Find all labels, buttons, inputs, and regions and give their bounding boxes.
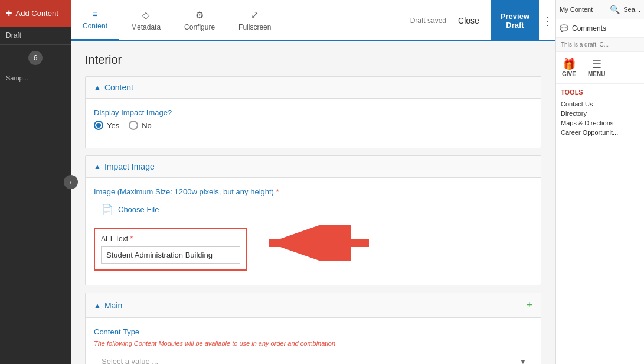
right-sidebar: My Content 🔍 Sea... 💬 Comments This is a… <box>555 0 644 364</box>
add-content-label: Add Content <box>16 9 58 18</box>
content-type-hint: The following Content Modules will be av… <box>94 340 532 347</box>
file-icon: 📄 <box>102 204 113 215</box>
content-section-title: Content <box>104 83 133 92</box>
toolbar-right: Draft saved Close <box>410 14 491 28</box>
comments-label: Comments <box>572 24 606 32</box>
give-button[interactable]: 🎁 GIVE <box>562 58 576 77</box>
yes-radio-option[interactable]: Yes <box>94 121 119 130</box>
content-chevron-icon: ▲ <box>94 83 101 92</box>
tab-content[interactable]: ≡ Content <box>71 0 119 41</box>
menu-icon: ☰ <box>592 58 601 71</box>
draft-item: Draft <box>0 27 71 45</box>
main-section-body: Content Type The following Content Modul… <box>86 318 541 364</box>
more-options-button[interactable]: ⋮ <box>539 11 555 30</box>
preview-draft-button[interactable]: Preview Draft <box>491 0 539 41</box>
content-type-group: Content Type The following Content Modul… <box>94 327 532 364</box>
no-radio-dot <box>129 121 138 130</box>
fullscreen-tab-icon: ⤢ <box>251 9 259 21</box>
alt-text-group: ALT Text * <box>94 228 247 271</box>
editor-area: Interior ▲ Content Display Impact Image?… <box>71 41 555 364</box>
content-section-panel: ▲ Content Display Impact Image? Yes No <box>85 76 541 148</box>
give-menu-area: 🎁 GIVE ☰ MENU <box>556 52 644 84</box>
main-section-panel: ▲ Main + Content Type The following Cont… <box>85 292 541 364</box>
alt-text-input[interactable] <box>101 246 240 264</box>
image-required-marker: * <box>276 187 279 196</box>
sidebar-number: 6 <box>28 51 43 65</box>
give-icon: 🎁 <box>563 58 576 71</box>
image-label: Image (Maximum Size: 1200w pixels, but a… <box>94 187 532 196</box>
draft-label: Draft <box>6 31 21 40</box>
career-opportunities-link[interactable]: Career Opportunit... <box>561 128 639 137</box>
alt-text-required-marker: * <box>130 235 133 243</box>
display-impact-label: Display Impact Image? <box>94 108 532 117</box>
search-label: Sea... <box>623 6 640 13</box>
choose-file-button[interactable]: 📄 Choose File <box>94 200 166 219</box>
sample-item: Samp... <box>0 71 71 85</box>
sidebar-collapse-button[interactable]: ‹ <box>64 175 78 189</box>
impact-image-section-header[interactable]: ▲ Impact Image <box>86 156 541 178</box>
content-section-header[interactable]: ▲ Content <box>86 77 541 99</box>
no-radio-option[interactable]: No <box>129 121 152 130</box>
tab-fullscreen-label: Fullscreen <box>238 23 271 31</box>
page-title: Interior <box>85 53 541 67</box>
impact-image-section-body: Image (Maximum Size: 1200w pixels, but a… <box>86 178 541 285</box>
draft-saved-text: Draft saved <box>410 17 446 25</box>
menu-button[interactable]: ☰ MENU <box>588 58 605 77</box>
metadata-tab-icon: ◇ <box>142 9 149 21</box>
contact-us-link[interactable]: Contact Us <box>561 99 639 109</box>
tab-metadata-label: Metadata <box>131 23 161 31</box>
impact-image-section-panel: ▲ Impact Image Image (Maximum Size: 1200… <box>85 155 541 285</box>
content-tab-icon: ≡ <box>92 9 97 20</box>
yes-radio-dot <box>94 121 103 130</box>
menu-label: MENU <box>588 71 605 77</box>
tab-content-label: Content <box>83 22 107 30</box>
no-label: No <box>142 121 152 130</box>
configure-tab-icon: ⚙ <box>195 9 204 21</box>
tab-fullscreen[interactable]: ⤢ Fullscreen <box>227 0 283 41</box>
yes-no-radio-group: Yes No <box>94 121 532 130</box>
comment-icon: 💬 <box>560 24 568 32</box>
search-icon[interactable]: 🔍 <box>610 5 620 14</box>
tab-configure[interactable]: ⚙ Configure <box>172 0 227 41</box>
top-header: ≡ Content ◇ Metadata ⚙ Configure ⤢ Fulls… <box>71 0 555 41</box>
red-arrow <box>257 225 375 262</box>
comments-button[interactable]: 💬 Comments <box>556 20 644 38</box>
yes-label: Yes <box>107 121 119 130</box>
maps-directions-link[interactable]: Maps & Directions <box>561 118 639 128</box>
alt-text-label: ALT Text * <box>101 235 240 243</box>
tools-section: TOOLS Contact Us Directory Maps & Direct… <box>556 84 644 139</box>
tools-header: TOOLS <box>561 89 639 96</box>
tabs-container: ≡ Content ◇ Metadata ⚙ Configure ⤢ Fulls… <box>71 0 555 41</box>
directory-link[interactable]: Directory <box>561 109 639 118</box>
main-section-header[interactable]: ▲ Main + <box>86 293 541 318</box>
main-add-button[interactable]: + <box>526 299 532 311</box>
impact-image-section-title: Impact Image <box>104 162 155 171</box>
content-section-body: Display Impact Image? Yes No <box>86 99 541 148</box>
choose-file-label: Choose File <box>118 205 159 214</box>
impact-image-chevron-icon: ▲ <box>94 162 101 171</box>
image-input-group: Image (Maximum Size: 1200w pixels, but a… <box>94 187 532 219</box>
tab-metadata[interactable]: ◇ Metadata <box>119 0 172 41</box>
tab-configure-label: Configure <box>184 23 215 31</box>
give-label: GIVE <box>562 71 576 77</box>
display-impact-group: Display Impact Image? Yes No <box>94 108 532 130</box>
content-type-label: Content Type <box>94 327 532 336</box>
close-button[interactable]: Close <box>453 14 484 28</box>
add-content-button[interactable]: + Add Content <box>0 0 71 27</box>
draft-notice: This is a draft. C... <box>556 38 644 52</box>
my-content-label: My Content <box>560 6 593 13</box>
main-section-title: Main <box>104 301 122 310</box>
left-sidebar: + Add Content Draft 6 Samp... ‹ <box>0 0 71 364</box>
content-type-select-wrapper: Select a value ... ▼ <box>94 352 532 364</box>
content-type-select[interactable]: Select a value ... <box>94 352 532 364</box>
main-chevron-icon: ▲ <box>94 301 101 310</box>
plus-icon: + <box>6 7 12 20</box>
